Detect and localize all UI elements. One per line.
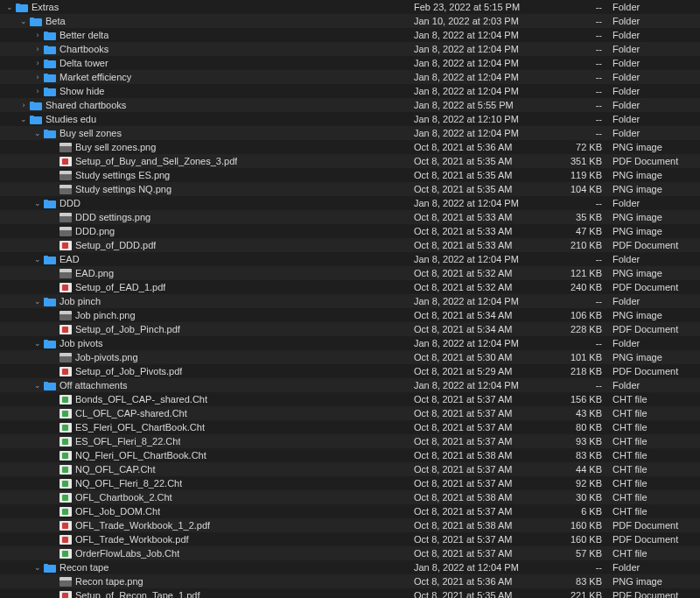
file-size: 106 KB <box>554 308 607 322</box>
file-row[interactable]: Job pinch.pngOct 8, 2021 at 5:34 AM106 K… <box>0 308 700 322</box>
item-name: Job pinch.png <box>75 308 136 322</box>
folder-row[interactable]: ›Shared chartbooksJan 8, 2022 at 5:55 PM… <box>0 98 700 112</box>
png-file-icon <box>60 269 72 278</box>
item-name: Recon tape <box>60 560 108 574</box>
file-size: 44 KB <box>554 462 607 476</box>
file-row[interactable]: ES_OFL_Fleri_8_22.ChtOct 8, 2021 at 5:37… <box>0 434 700 448</box>
date-modified: Oct 8, 2021 at 5:33 AM <box>414 238 554 252</box>
file-row[interactable]: OFL_Trade_Workbook_1_2.pdfOct 8, 2021 at… <box>0 518 700 532</box>
file-row[interactable]: OFL_Job_DOM.ChtOct 8, 2021 at 5:37 AM6 K… <box>0 504 700 518</box>
file-row[interactable]: OFL_Trade_Workbook.pdfOct 8, 2021 at 5:3… <box>0 532 700 546</box>
disclosure-open-icon[interactable]: ⌄ <box>5 0 14 14</box>
file-kind: Folder <box>607 42 700 56</box>
disclosure-open-icon[interactable]: ⌄ <box>33 336 42 350</box>
disclosure-open-icon[interactable]: ⌄ <box>33 252 42 266</box>
folder-row[interactable]: ⌄Studies eduJan 8, 2022 at 12:10 PM--Fol… <box>0 112 700 126</box>
file-row[interactable]: Setup_of_Job_Pinch.pdfOct 8, 2021 at 5:3… <box>0 322 700 336</box>
file-kind: PNG image <box>607 168 700 182</box>
disclosure-closed-icon[interactable]: › <box>33 42 42 56</box>
item-name: Beta <box>46 14 66 28</box>
file-row[interactable]: ES_Fleri_OFL_ChartBook.ChtOct 8, 2021 at… <box>0 420 700 434</box>
folder-icon <box>44 565 56 573</box>
file-row[interactable]: NQ_OFL_Fleri_8_22.ChtOct 8, 2021 at 5:37… <box>0 476 700 490</box>
item-name: OFL_Chartbook_2.Cht <box>75 490 172 504</box>
file-kind: PNG image <box>607 574 700 588</box>
png-file-icon <box>60 311 72 320</box>
disclosure-open-icon[interactable]: ⌄ <box>19 112 28 126</box>
folder-icon <box>44 88 56 96</box>
file-size: -- <box>554 0 607 14</box>
date-modified: Oct 8, 2021 at 5:37 AM <box>414 462 554 476</box>
file-row[interactable]: Setup_of_Recon_Tape_1.pdfOct 8, 2021 at … <box>0 588 700 598</box>
disclosure-closed-icon[interactable]: › <box>19 98 28 112</box>
file-row[interactable]: Study settings ES.pngOct 8, 2021 at 5:35… <box>0 168 700 182</box>
png-file-icon <box>60 577 72 587</box>
folder-row[interactable]: ⌄Job pinchJan 8, 2022 at 12:04 PM--Folde… <box>0 294 700 308</box>
file-size: -- <box>554 560 607 574</box>
folder-row[interactable]: ⌄DDDJan 8, 2022 at 12:04 PM--Folder <box>0 196 700 210</box>
disclosure-open-icon[interactable]: ⌄ <box>33 294 42 308</box>
date-modified: Jan 10, 2022 at 2:03 PM <box>414 14 554 28</box>
png-file-icon <box>60 185 72 194</box>
file-row[interactable]: NQ_OFL_CAP.ChtOct 8, 2021 at 5:37 AM44 K… <box>0 462 700 476</box>
disclosure-open-icon[interactable]: ⌄ <box>33 126 42 140</box>
disclosure-closed-icon[interactable]: › <box>33 28 42 42</box>
folder-row[interactable]: ›Delta towerJan 8, 2022 at 12:04 PM--Fol… <box>0 56 700 70</box>
item-name: EAD.png <box>75 266 114 280</box>
file-size: 30 KB <box>554 490 607 504</box>
disclosure-open-icon[interactable]: ⌄ <box>33 378 42 392</box>
disclosure-closed-icon[interactable]: › <box>33 84 42 98</box>
disclosure-open-icon[interactable]: ⌄ <box>33 560 42 574</box>
file-row[interactable]: Setup_of_EAD_1.pdfOct 8, 2021 at 5:32 AM… <box>0 280 700 294</box>
item-name: DDD <box>60 196 80 210</box>
file-row[interactable]: DDD.pngOct 8, 2021 at 5:33 AM47 KBPNG im… <box>0 224 700 238</box>
item-name: ES_Fleri_OFL_ChartBook.Cht <box>75 420 205 434</box>
file-row[interactable]: OrderFlowLabs_Job.ChtOct 8, 2021 at 5:37… <box>0 546 700 560</box>
file-row[interactable]: Setup_of_Buy_and_Sell_Zones_3.pdfOct 8, … <box>0 154 700 168</box>
file-size: 351 KB <box>554 154 607 168</box>
file-size: 83 KB <box>554 448 607 462</box>
item-name: Setup_of_Recon_Tape_1.pdf <box>75 588 200 598</box>
folder-icon <box>44 46 56 54</box>
file-row[interactable]: Setup_of_DDD.pdfOct 8, 2021 at 5:33 AM21… <box>0 238 700 252</box>
date-modified: Oct 8, 2021 at 5:35 AM <box>414 154 554 168</box>
item-name: Setup_of_Buy_and_Sell_Zones_3.pdf <box>75 154 237 168</box>
file-kind: PNG image <box>607 210 700 224</box>
folder-icon <box>44 341 56 348</box>
file-kind: Folder <box>607 14 700 28</box>
folder-row[interactable]: ⌄Recon tapeJan 8, 2022 at 12:04 PM--Fold… <box>0 560 700 574</box>
file-row[interactable]: Study settings NQ.pngOct 8, 2021 at 5:35… <box>0 182 700 196</box>
folder-row[interactable]: ›Better deltaJan 8, 2022 at 12:04 PM--Fo… <box>0 28 700 42</box>
file-row[interactable]: NQ_Fleri_OFL_ChartBook.ChtOct 8, 2021 at… <box>0 448 700 462</box>
file-row[interactable]: EAD.pngOct 8, 2021 at 5:32 AM121 KBPNG i… <box>0 266 700 280</box>
png-file-icon <box>60 227 72 236</box>
folder-row[interactable]: ›ChartbooksJan 8, 2022 at 12:04 PM--Fold… <box>0 42 700 56</box>
file-row[interactable]: DDD settings.pngOct 8, 2021 at 5:33 AM35… <box>0 210 700 224</box>
file-row[interactable]: OFL_Chartbook_2.ChtOct 8, 2021 at 5:38 A… <box>0 490 700 504</box>
date-modified: Jan 8, 2022 at 12:04 PM <box>414 196 554 210</box>
file-row[interactable]: Bonds_OFL_CAP-_shared.ChtOct 8, 2021 at … <box>0 392 700 406</box>
folder-row[interactable]: ›Market efficiencyJan 8, 2022 at 12:04 P… <box>0 70 700 84</box>
folder-row[interactable]: ⌄Off attachmentsJan 8, 2022 at 12:04 PM-… <box>0 378 700 392</box>
folder-row[interactable]: ⌄Buy sell zonesJan 8, 2022 at 12:04 PM--… <box>0 126 700 140</box>
item-name: NQ_Fleri_OFL_ChartBook.Cht <box>75 448 206 462</box>
file-kind: Folder <box>607 252 700 266</box>
folder-row[interactable]: ›Show hideJan 8, 2022 at 12:04 PM--Folde… <box>0 84 700 98</box>
disclosure-open-icon[interactable]: ⌄ <box>19 14 28 28</box>
date-modified: Jan 8, 2022 at 12:04 PM <box>414 84 554 98</box>
disclosure-closed-icon[interactable]: › <box>33 70 42 84</box>
file-row[interactable]: Setup_of_Job_Pivots.pdfOct 8, 2021 at 5:… <box>0 364 700 378</box>
disclosure-open-icon[interactable]: ⌄ <box>33 196 42 210</box>
date-modified: Oct 8, 2021 at 5:34 AM <box>414 308 554 322</box>
file-row[interactable]: Job-pivots.pngOct 8, 2021 at 5:30 AM101 … <box>0 350 700 364</box>
file-row[interactable]: Recon tape.pngOct 8, 2021 at 5:36 AM83 K… <box>0 574 700 588</box>
pdf-file-icon <box>60 283 72 292</box>
disclosure-closed-icon[interactable]: › <box>33 56 42 70</box>
folder-row[interactable]: ⌄BetaJan 10, 2022 at 2:03 PM--Folder <box>0 14 700 28</box>
folder-row[interactable]: ⌄EADJan 8, 2022 at 12:04 PM--Folder <box>0 252 700 266</box>
file-kind: CHT file <box>607 434 700 448</box>
file-row[interactable]: CL_OFL_CAP-shared.ChtOct 8, 2021 at 5:37… <box>0 406 700 420</box>
folder-row[interactable]: ⌄Job pivotsJan 8, 2022 at 12:04 PM--Fold… <box>0 336 700 350</box>
folder-row[interactable]: ⌄ExtrasFeb 23, 2022 at 5:15 PM--Folder <box>0 0 700 14</box>
file-row[interactable]: Buy sell zones.pngOct 8, 2021 at 5:36 AM… <box>0 140 700 154</box>
